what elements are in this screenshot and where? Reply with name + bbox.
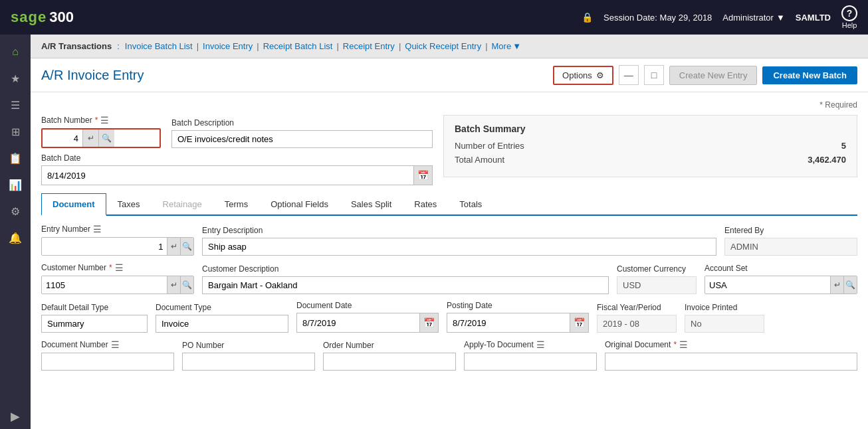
order-number-input[interactable]: [323, 353, 456, 371]
customer-description-input[interactable]: [202, 276, 609, 294]
help-button[interactable]: ? Help: [841, 5, 857, 29]
create-batch-button[interactable]: Create New Batch: [762, 66, 857, 84]
summary-total-value: 3,462.470: [808, 155, 846, 165]
batch-date-input-group: 📅: [41, 165, 433, 185]
nav-quick-receipt-entry[interactable]: Quick Receipt Entry: [405, 41, 481, 51]
po-number-input[interactable]: [182, 353, 315, 371]
invoice-printed-group: Invoice Printed No: [685, 303, 764, 333]
document-type-select[interactable]: Invoice Credit Note Debit Note: [156, 315, 288, 332]
entry-number-search-btn[interactable]: 🔍: [180, 238, 193, 255]
sidebar-item-bell[interactable]: 🔔: [3, 226, 27, 250]
admin-button[interactable]: Administrator ▼: [722, 13, 784, 23]
logo-300: 300: [49, 9, 74, 26]
account-set-enter-btn[interactable]: ↵: [830, 276, 843, 294]
minimize-icon: —: [624, 70, 633, 80]
account-set-search-btn[interactable]: 🔍: [843, 276, 857, 294]
batch-description-label: Batch Description: [171, 118, 234, 128]
page-title: A/R Invoice Entry: [41, 68, 144, 83]
fiscal-label: Fiscal Year/Period: [597, 303, 661, 312]
batch-number-input[interactable]: [43, 131, 82, 146]
batch-date-label: Batch Date: [41, 153, 80, 163]
nav-receipt-entry[interactable]: Receipt Entry: [343, 41, 395, 51]
customer-number-input[interactable]: [42, 278, 167, 293]
customer-currency-group: Customer Currency USD: [617, 264, 697, 294]
nav-invoice-entry[interactable]: Invoice Entry: [203, 41, 253, 51]
batch-number-label: Batch Number: [41, 116, 92, 125]
entry-description-input[interactable]: [202, 238, 716, 256]
sidebar-item-home[interactable]: ⌂: [3, 40, 27, 64]
posting-date-calendar-btn[interactable]: 📅: [570, 313, 588, 332]
logo-sage: sage: [11, 9, 47, 26]
nav-links: Invoice Batch List | Invoice Entry | Rec…: [125, 41, 521, 51]
maximize-button[interactable]: □: [644, 65, 664, 85]
original-doc-input[interactable]: [605, 353, 857, 371]
entered-by-label: Entered By: [724, 226, 764, 235]
doc-number-input[interactable]: [41, 353, 174, 371]
nav-more[interactable]: More ▼: [492, 41, 522, 51]
tab-retainage: Retainage: [152, 193, 213, 214]
entry-number-group: Entry Number ☰ ↵ 🔍: [41, 224, 194, 256]
sidebar-expand-button[interactable]: ▶: [11, 409, 20, 424]
tab-sales-split[interactable]: Sales Split: [340, 193, 403, 214]
sidebar-item-chart[interactable]: 📊: [3, 173, 27, 197]
tab-rates[interactable]: Rates: [403, 193, 448, 214]
batch-number-enter-btn[interactable]: ↵: [82, 129, 98, 147]
batch-description-input[interactable]: [171, 130, 433, 148]
tab-taxes[interactable]: Taxes: [106, 193, 152, 214]
maximize-icon: □: [651, 70, 657, 80]
account-set-label: Account Set: [705, 264, 748, 273]
doc-number-label: Document Number: [41, 340, 108, 349]
document-type-select-group: Invoice Credit Note Debit Note: [156, 315, 288, 333]
posting-date-input[interactable]: [447, 315, 570, 331]
apply-to-menu-icon[interactable]: ☰: [536, 339, 545, 350]
batch-number-search-btn[interactable]: 🔍: [98, 129, 114, 147]
sidebar-item-list[interactable]: ☰: [3, 93, 27, 117]
doc-number-menu-icon[interactable]: ☰: [111, 339, 120, 350]
create-entry-button[interactable]: Create New Entry: [669, 66, 758, 85]
account-set-input-group: ↵ 🔍: [705, 276, 857, 294]
sidebar: ⌂ ★ ☰ ⊞ 📋 📊 ⚙ 🔔 ▶: [0, 35, 31, 429]
customer-number-search-btn[interactable]: 🔍: [180, 276, 193, 294]
apply-to-input[interactable]: [464, 353, 597, 371]
sidebar-item-star[interactable]: ★: [3, 66, 27, 90]
batch-date-group: Batch Date 📅: [41, 153, 433, 185]
apply-to-label: Apply-To Document: [464, 340, 534, 349]
batch-date-input[interactable]: [42, 167, 413, 184]
tab-terms[interactable]: Terms: [213, 193, 259, 214]
document-date-calendar-btn[interactable]: 📅: [419, 313, 438, 332]
sidebar-item-grid[interactable]: ⊞: [3, 120, 27, 143]
nav-invoice-batch-list[interactable]: Invoice Batch List: [125, 41, 193, 51]
batch-number-menu-icon[interactable]: ☰: [100, 115, 109, 126]
sidebar-item-gear[interactable]: ⚙: [3, 199, 27, 223]
summary-entries-label: Number of Entries: [455, 141, 524, 151]
document-date-input[interactable]: [297, 315, 419, 331]
sidebar-item-clipboard[interactable]: 📋: [3, 146, 27, 170]
customer-description-label: Customer Description: [202, 264, 278, 274]
entry-number-menu-icon[interactable]: ☰: [93, 224, 102, 234]
original-doc-menu-icon[interactable]: ☰: [679, 339, 688, 350]
batch-date-calendar-btn[interactable]: 📅: [413, 166, 432, 185]
entry-number-enter-btn[interactable]: ↵: [167, 238, 180, 255]
minimize-button[interactable]: —: [619, 65, 639, 85]
customer-number-menu-icon[interactable]: ☰: [115, 262, 124, 273]
document-date-group: Document Date 📅: [296, 301, 439, 333]
detail-type-select[interactable]: Summary Detail: [42, 315, 147, 332]
page-actions: Options ⚙ — □ Create New Entry Create Ne…: [553, 65, 857, 85]
fiscal-group: Fiscal Year/Period 2019 - 08: [597, 303, 677, 333]
apply-to-group: Apply-To Document ☰: [464, 339, 597, 371]
invoice-printed-value: No: [685, 315, 764, 333]
account-set-input[interactable]: [705, 278, 830, 293]
session-date: Session Date: May 29, 2018: [603, 13, 712, 23]
tab-totals[interactable]: Totals: [448, 193, 493, 214]
tab-optional-fields[interactable]: Optional Fields: [259, 193, 340, 214]
tab-document[interactable]: Document: [41, 193, 106, 216]
logo: sage 300: [11, 9, 74, 26]
entry-number-input[interactable]: [42, 239, 167, 254]
options-button[interactable]: Options ⚙: [553, 66, 613, 85]
summary-entries-value: 5: [841, 141, 846, 151]
original-doc-group: Original Document * ☰: [605, 339, 857, 371]
detail-type-select-group: Summary Detail: [41, 315, 148, 333]
nav-receipt-batch-list[interactable]: Receipt Batch List: [263, 41, 333, 51]
customer-number-enter-btn[interactable]: ↵: [167, 276, 180, 294]
top-bar: sage 300 🔒 Session Date: May 29, 2018 Ad…: [0, 0, 868, 35]
